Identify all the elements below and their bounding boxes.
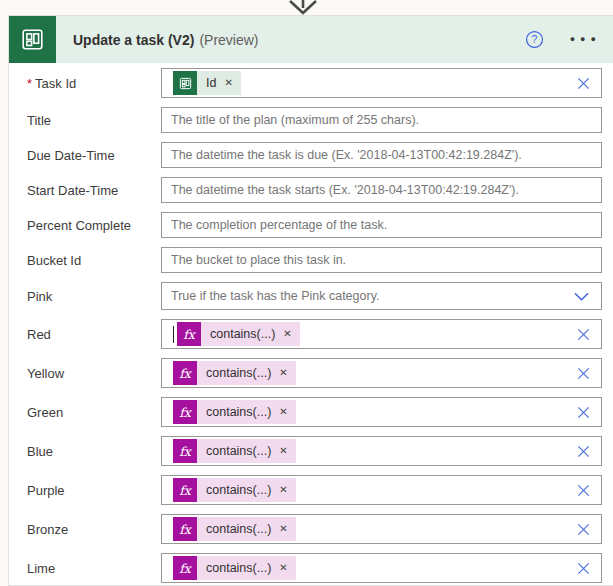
field-row-start-date-time: Start Date-Time [19,177,613,203]
field-label-task-id: *Task Id [19,76,161,91]
field-label-due-date-time: Due Date-Time [19,148,161,163]
fx-icon: fx [173,556,197,580]
input-due-date-time[interactable] [161,142,602,168]
remove-token-icon[interactable]: ✕ [279,485,287,495]
token-pill-lime[interactable]: fxcontains(...)✕ [173,556,296,580]
field-row-lime: Limefxcontains(...)✕ [19,553,613,583]
clear-field-button[interactable] [576,444,591,459]
token-pill-body: Id✕ [197,71,241,95]
token-label: contains(...) [206,366,271,380]
help-icon[interactable]: ? [525,30,544,49]
action-preview-tag: (Preview) [199,32,258,48]
field-label-start-date-time: Start Date-Time [19,183,161,198]
flow-canvas: Update a task (V2) (Preview) ? ●●● *Task… [0,0,613,586]
field-label-pink: Pink [19,289,161,304]
clear-field-button[interactable] [576,522,591,537]
dropdown-pink[interactable]: True if the task has the Pink category. [161,282,602,310]
token-pill-body: contains(...)✕ [197,400,296,424]
fx-icon: fx [173,361,197,385]
clear-field-button[interactable] [576,327,591,342]
field-row-title: Title [19,107,613,133]
token-pill-body: contains(...)✕ [201,322,300,346]
token-pill-body: contains(...)✕ [197,556,296,580]
token-pill-bronze[interactable]: fxcontains(...)✕ [173,517,296,541]
clear-field-button[interactable] [576,483,591,498]
token-field-task-id[interactable]: Id✕ [161,68,602,98]
token-pill-blue[interactable]: fxcontains(...)✕ [173,439,296,463]
token-label: Id [206,76,216,90]
action-card-header[interactable]: Update a task (V2) (Preview) ? ●●● [9,16,613,63]
token-pill-body: contains(...)✕ [197,517,296,541]
token-pill-body: contains(...)✕ [197,439,296,463]
action-title: Update a task (V2) [73,32,194,48]
field-label-bronze: Bronze [19,522,161,537]
clear-field-button[interactable] [576,76,591,91]
token-field-bronze[interactable]: fxcontains(...)✕ [161,514,602,544]
input-bucket-id[interactable] [161,247,602,273]
remove-token-icon[interactable]: ✕ [279,446,287,456]
field-row-pink: PinkTrue if the task has the Pink catego… [19,282,613,310]
svg-text:?: ? [531,34,537,45]
remove-token-icon[interactable]: ✕ [224,78,232,88]
remove-token-icon[interactable]: ✕ [279,368,287,378]
field-row-bronze: Bronzefxcontains(...)✕ [19,514,613,544]
fx-icon: fx [173,478,197,502]
fx-icon: fx [173,517,197,541]
field-row-purple: Purplefxcontains(...)✕ [19,475,613,505]
chevron-down-icon[interactable] [574,292,589,301]
field-label-title: Title [19,113,161,128]
fx-icon: fx [173,439,197,463]
field-row-due-date-time: Due Date-Time [19,142,613,168]
remove-token-icon[interactable]: ✕ [279,407,287,417]
token-label: contains(...) [210,327,275,341]
token-label: contains(...) [206,522,271,536]
field-label-percent-complete: Percent Complete [19,218,161,233]
field-row-bucket-id: Bucket Id [19,247,613,273]
remove-token-icon[interactable]: ✕ [279,563,287,573]
remove-token-icon[interactable]: ✕ [283,329,291,339]
input-start-date-time[interactable] [161,177,602,203]
field-row-green: Greenfxcontains(...)✕ [19,397,613,427]
token-label: contains(...) [206,483,271,497]
field-row-task-id: *Task IdId✕ [19,68,613,98]
token-label: contains(...) [206,561,271,575]
field-label-green: Green [19,405,161,420]
planner-icon [173,71,197,95]
input-title[interactable] [161,107,602,133]
planner-icon [9,16,56,63]
token-field-purple[interactable]: fxcontains(...)✕ [161,475,602,505]
field-label-yellow: Yellow [19,366,161,381]
remove-token-icon[interactable]: ✕ [279,524,287,534]
field-row-percent-complete: Percent Complete [19,212,613,238]
clear-field-button[interactable] [576,366,591,381]
field-row-yellow: Yellowfxcontains(...)✕ [19,358,613,388]
token-field-green[interactable]: fxcontains(...)✕ [161,397,602,427]
token-field-blue[interactable]: fxcontains(...)✕ [161,436,602,466]
field-label-lime: Lime [19,561,161,576]
field-label-blue: Blue [19,444,161,459]
connector-down-arrow-icon [284,0,322,15]
token-field-lime[interactable]: fxcontains(...)✕ [161,553,602,583]
more-options-icon[interactable]: ●●● [566,28,601,51]
field-label-red: Red [19,327,161,342]
text-caret [173,326,174,343]
card-body: *Task IdId✕TitleDue Date-TimeStart Date-… [9,63,613,583]
field-row-red: Redfxcontains(...)✕ [19,319,613,349]
field-label-bucket-id: Bucket Id [19,253,161,268]
input-percent-complete[interactable] [161,212,602,238]
required-asterisk: * [27,76,32,91]
clear-field-button[interactable] [576,405,591,420]
action-card-update-task: Update a task (V2) (Preview) ? ●●● *Task… [8,15,613,586]
token-pill-body: contains(...)✕ [197,478,296,502]
token-pill-green[interactable]: fxcontains(...)✕ [173,400,296,424]
token-pill-purple[interactable]: fxcontains(...)✕ [173,478,296,502]
token-pill-red[interactable]: fxcontains(...)✕ [177,322,300,346]
token-pill-task-id[interactable]: Id✕ [173,71,241,95]
clear-field-button[interactable] [576,561,591,576]
token-pill-yellow[interactable]: fxcontains(...)✕ [173,361,296,385]
field-label-purple: Purple [19,483,161,498]
dropdown-placeholder: True if the task has the Pink category. [162,289,379,303]
token-field-yellow[interactable]: fxcontains(...)✕ [161,358,602,388]
fx-icon: fx [173,400,197,424]
token-field-red[interactable]: fxcontains(...)✕ [161,319,602,349]
